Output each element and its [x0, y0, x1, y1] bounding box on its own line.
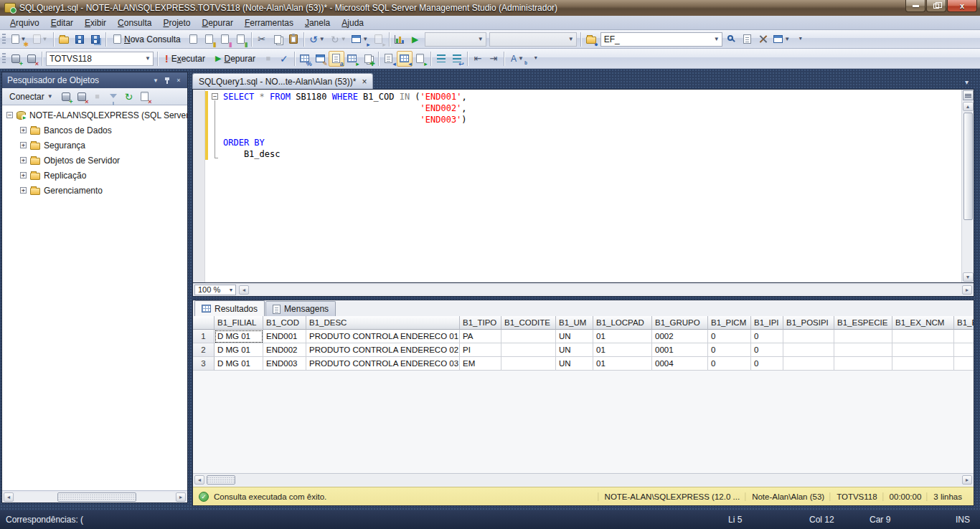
code-line-5[interactable]: ORDER BY — [223, 137, 961, 148]
grid-cell[interactable] — [501, 343, 556, 357]
tree-item-seguran-a[interactable]: +Segurança — [2, 138, 187, 153]
connect-server-icon[interactable]: + — [8, 51, 24, 67]
grid-cell[interactable]: 0002 — [652, 330, 708, 343]
new-database-engine-query-icon[interactable] — [186, 32, 202, 47]
grid-cell[interactable]: 0 — [708, 330, 751, 343]
tab-list-chevron-icon[interactable]: ▾ — [959, 75, 974, 89]
new-dmx-query-icon[interactable]: ▮ — [217, 32, 233, 47]
close-button[interactable]: x — [947, 0, 977, 12]
menu-projeto[interactable]: Projeto — [157, 16, 196, 29]
increase-indent-icon[interactable]: ⇥ — [486, 51, 501, 67]
nova_consulta-button[interactable]: Nova Consulta — [108, 32, 186, 47]
grid-cell[interactable]: 01 — [593, 357, 652, 371]
scroll-right-arrow[interactable]: ▸ — [176, 492, 186, 502]
grid-cell[interactable]: 0 — [751, 343, 783, 357]
row-number[interactable]: 2 — [193, 343, 215, 357]
grid-cell[interactable]: UN — [556, 357, 593, 371]
query-designer-icon[interactable]: ✎ — [313, 51, 329, 67]
grid-cell[interactable] — [783, 330, 834, 343]
grid-cell[interactable]: D MG 01 — [215, 357, 263, 371]
tree-item-gerenciamento[interactable]: +Gerenciamento — [2, 183, 187, 198]
grid-cell[interactable]: UN — [556, 343, 593, 357]
code-line-1[interactable]: SELECT * FROM SB1180 WHERE B1_COD IN ('E… — [223, 91, 961, 103]
collapse-region-icon[interactable]: − — [212, 93, 218, 100]
find-combo[interactable]: EF_▼ — [600, 32, 722, 47]
query-document-tab[interactable]: SQLQuery1.sql - NO...te-Alan\Alan (53))*… — [192, 73, 373, 89]
grid-cell[interactable]: 0004 — [652, 357, 708, 371]
column-header-b1_posipi[interactable]: B1_POSIPI — [783, 316, 834, 330]
column-header-b1_um[interactable]: B1_UM — [556, 316, 593, 330]
change-case-icon[interactable]: Aᵇ▼ — [507, 51, 528, 67]
title-bar[interactable]: SQLQuery1.sql - NOTE-ALAN\SQLEXPRESS.TOT… — [0, 0, 980, 16]
grid-cell[interactable]: 0 — [708, 343, 751, 357]
properties-window-icon[interactable] — [740, 32, 755, 47]
expand-icon[interactable]: + — [20, 127, 27, 133]
menu-arquivo[interactable]: Arquivo — [4, 16, 45, 29]
scroll-left-arrow[interactable]: ◂ — [239, 285, 249, 295]
menu-depurar[interactable]: Depurar — [197, 16, 239, 29]
grid-cell[interactable]: EM — [460, 357, 501, 371]
chevron-down-icon[interactable]: ▼ — [476, 33, 486, 46]
grid-cell[interactable]: PI — [460, 343, 501, 357]
new-xmla-query-icon[interactable]: ▮ — [233, 32, 249, 47]
expand-icon[interactable]: + — [20, 142, 27, 148]
decrease-indent-icon[interactable]: ⇤ — [470, 51, 486, 67]
grid-cell[interactable] — [892, 330, 954, 343]
expand-icon[interactable]: + — [20, 172, 27, 178]
restore-button[interactable] — [926, 0, 946, 12]
include-client-statistics-icon[interactable]: ✚ — [360, 51, 376, 67]
undo-icon[interactable]: ↺▼ — [306, 32, 328, 47]
stop-execution-icon[interactable]: ■ — [260, 51, 276, 67]
menu-janela[interactable]: Janela — [299, 16, 336, 29]
scroll-right-arrow[interactable]: ▸ — [962, 475, 972, 485]
grid-cell[interactable] — [783, 343, 834, 357]
tree-root-server[interactable]: −▶NOTE-ALAN\SQLEXPRESS (SQL Server 1 — [2, 108, 187, 123]
tree-item-objetos-de-servidor[interactable]: +Objetos de Servidor — [2, 153, 187, 168]
executar-button[interactable]: !Executar — [160, 51, 210, 67]
grid-cell[interactable] — [501, 357, 556, 371]
code-line-6[interactable]: B1_desc — [223, 148, 961, 160]
column-header-b1_tipo[interactable]: B1_TIPO — [460, 316, 501, 330]
grid-cell[interactable]: END003 — [263, 357, 306, 371]
chevron-down-icon[interactable]: ▼ — [712, 33, 722, 46]
connect-server-icon[interactable]: + — [58, 89, 74, 105]
row-number[interactable]: 1 — [193, 330, 215, 343]
menu-editar[interactable]: Editar — [45, 16, 79, 29]
specify-template-values-icon[interactable]: a — [329, 51, 344, 67]
code-line-2[interactable]: 'END002', — [223, 103, 961, 114]
find-icon[interactable] — [724, 32, 740, 47]
results-to-grid-icon[interactable]: ◂ — [397, 51, 413, 67]
grid-cell[interactable] — [834, 343, 892, 357]
code-line-3[interactable]: 'END003') — [223, 114, 961, 125]
toolbar-overflow-icon[interactable]: ▾ — [528, 51, 544, 67]
comment-selection-icon[interactable] — [433, 51, 449, 67]
zoom-combo[interactable]: 100 % ▼ — [194, 285, 236, 295]
tab-resultados[interactable]: Resultados — [194, 300, 265, 316]
parse-query-icon[interactable]: ✓ — [276, 51, 292, 67]
menu-ferramentas[interactable]: Ferramentas — [239, 16, 299, 29]
scroll-thumb[interactable] — [57, 492, 136, 502]
change-connection-icon[interactable]: × — [24, 51, 39, 67]
new-item-icon[interactable]: ▼ — [29, 32, 51, 47]
grid-cell[interactable]: PRODUTO CONTROLA ENDERECO 03 — [306, 357, 460, 371]
close-panel-icon[interactable]: × — [173, 75, 184, 85]
show-estimated-plan-icon[interactable]: % — [297, 51, 313, 67]
window-menu-icon[interactable]: ▼ — [771, 32, 793, 47]
grid-cell[interactable]: PRODUTO CONTROLA ENDERECO 02 — [306, 343, 460, 357]
scroll-thumb[interactable] — [963, 113, 973, 220]
corner-header[interactable] — [193, 316, 215, 330]
column-header-b1_especie[interactable]: B1_ESPECIE — [834, 316, 892, 330]
chevron-down-icon[interactable]: ▼ — [143, 52, 153, 65]
grid-cell[interactable]: UN — [556, 330, 593, 343]
toolbar-grip[interactable] — [2, 34, 6, 45]
column-header-b1_ex_ncm[interactable]: B1_EX_NCM — [892, 316, 954, 330]
script-error-icon[interactable]: × — [137, 89, 153, 105]
grid-cell[interactable] — [834, 357, 892, 371]
redo-icon[interactable]: ↻▼ — [328, 32, 349, 47]
split-editor-handle[interactable] — [963, 90, 974, 100]
stop-execution-icon[interactable]: ■ — [90, 89, 105, 105]
results-hscrollbar[interactable]: ◂ ▸ — [193, 473, 974, 485]
grid-cell[interactable]: D MG 01 — [215, 343, 263, 357]
window-position-icon[interactable]: ▾ — [150, 75, 161, 85]
menu-exibir[interactable]: Exibir — [79, 16, 112, 29]
